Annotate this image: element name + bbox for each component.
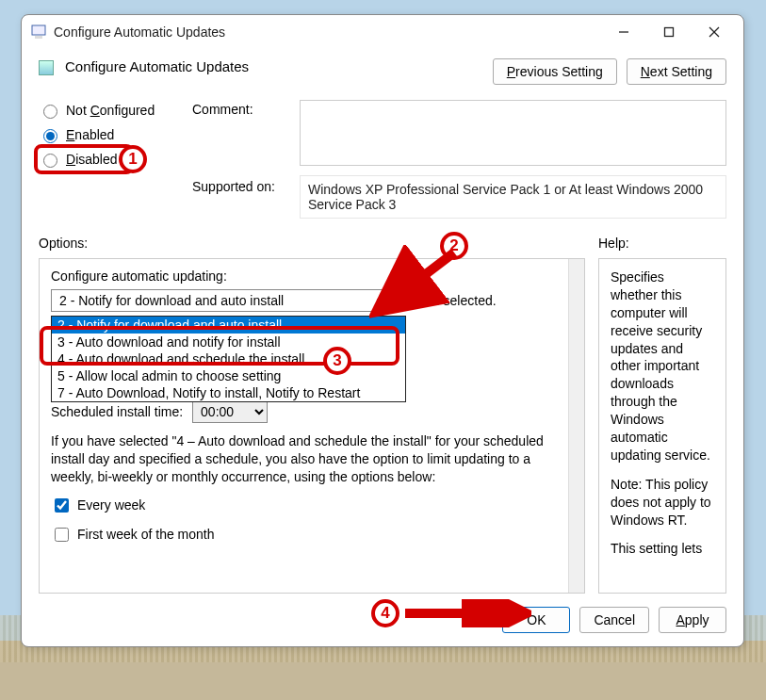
supported-on-value: Windows XP Professional Service Pack 1 o…	[300, 175, 726, 219]
ok-button[interactable]: OK	[502, 607, 570, 633]
svg-rect-3	[665, 28, 674, 37]
options-panel: Configure automatic updating: 2 - Notify…	[39, 258, 585, 594]
help-text: Note: This policy does not apply to Wind…	[611, 476, 714, 529]
close-button[interactable]	[700, 21, 728, 43]
config-updating-dropdown-list: 2 - Notify for download and auto install…	[51, 316, 406, 402]
checkbox-first-week[interactable]: First week of the month	[51, 525, 573, 545]
radio-enabled[interactable]: Enabled	[39, 126, 185, 143]
config-updating-label: Configure automatic updating:	[51, 269, 573, 284]
dropdown-item[interactable]: 5 - Allow local admin to choose setting	[52, 367, 405, 384]
comment-textarea[interactable]	[300, 100, 726, 166]
help-panel: Specifies whether this computer will rec…	[598, 258, 726, 594]
sched-time-label: Scheduled install time:	[51, 404, 183, 419]
maximize-button[interactable]	[655, 21, 683, 43]
dropdown-item[interactable]: 3 - Auto download and notify for install	[52, 334, 405, 350]
previous-setting-button[interactable]: Previous Setting	[493, 58, 617, 85]
gpo-dialog-window: Configure Automatic Updates Configure Au…	[21, 14, 744, 647]
cancel-button[interactable]: Cancel	[579, 607, 649, 633]
config-updating-combobox[interactable]: 2 - Notify for download and auto install	[51, 289, 390, 312]
window-title: Configure Automatic Updates	[54, 24, 610, 40]
svg-rect-1	[35, 36, 42, 39]
radio-not-configured[interactable]: Not Configured	[39, 102, 185, 119]
dropdown-item[interactable]: 2 - Notify for download and auto install	[52, 317, 405, 334]
policy-title: Configure Automatic Updates	[65, 58, 481, 74]
radio-disabled[interactable]: Disabled	[39, 151, 185, 168]
help-text: Specifies whether this computer will rec…	[611, 269, 714, 464]
svg-rect-0	[32, 25, 45, 35]
options-note: if 4 is selected.	[409, 293, 573, 308]
options-label: Options:	[39, 236, 585, 251]
checkbox-every-week[interactable]: Every week	[51, 496, 573, 515]
help-text: This setting lets	[611, 540, 714, 558]
dropdown-item[interactable]: 4 - Auto download and schedule the insta…	[52, 350, 405, 367]
options-blurb: If you have selected "4 – Auto download …	[51, 432, 573, 486]
dropdown-item[interactable]: 7 - Auto Download, Notify to install, No…	[52, 384, 405, 401]
options-scrollbar-thumb[interactable]	[570, 260, 583, 373]
sched-time-combobox[interactable]: 00:00	[192, 400, 268, 423]
app-icon	[31, 24, 46, 40]
help-label: Help:	[598, 236, 726, 251]
comment-label: Comment:	[192, 100, 296, 166]
apply-button[interactable]: Apply	[659, 607, 726, 633]
titlebar: Configure Automatic Updates	[22, 15, 743, 49]
minimize-button[interactable]	[610, 21, 638, 43]
policy-icon	[39, 60, 54, 75]
next-setting-button[interactable]: Next Setting	[627, 58, 726, 85]
supported-on-label: Supported on:	[192, 175, 296, 194]
